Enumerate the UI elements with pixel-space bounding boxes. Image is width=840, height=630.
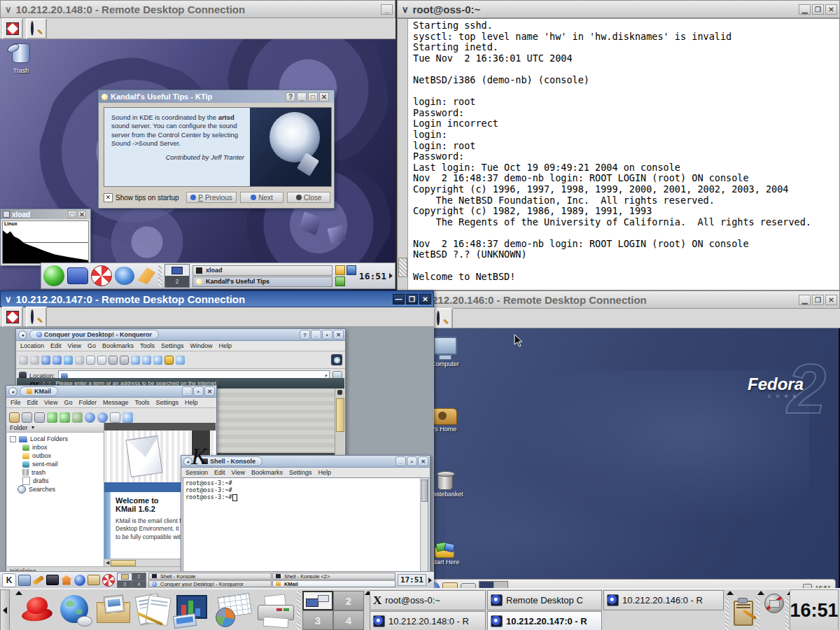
desktop-icon-computer[interactable]: Computer xyxy=(431,337,463,368)
desktop-icon-start-here[interactable]: Start Here xyxy=(431,542,463,566)
menu-item[interactable]: Tools xyxy=(134,399,149,406)
menu-item[interactable]: Help xyxy=(318,469,331,476)
kmenu-suse-icon[interactable] xyxy=(43,265,64,286)
stop-icon[interactable] xyxy=(75,356,84,365)
terminal-scrollbar[interactable] xyxy=(398,19,408,290)
evolution-panel-icon[interactable] xyxy=(442,582,458,588)
minimize-button[interactable]: _ xyxy=(297,92,307,102)
network-monitor-applet[interactable] xyxy=(762,591,787,630)
scale-view-button[interactable] xyxy=(26,18,47,39)
close-button[interactable]: ✕ xyxy=(418,456,428,466)
scroll-up-arrow[interactable] xyxy=(337,390,342,395)
kmail-launcher-icon[interactable] xyxy=(88,575,100,585)
copy-icon[interactable] xyxy=(110,412,120,423)
pager-desktop-3[interactable]: 3 xyxy=(118,580,132,587)
help-lifering-icon[interactable] xyxy=(91,265,112,286)
konsole-titlebar[interactable]: ● Shell - Konsole _ ▪ ✕ xyxy=(181,456,430,468)
security-icon[interactable] xyxy=(176,356,185,365)
close-button[interactable]: ✕ xyxy=(204,386,215,396)
help-button[interactable]: ? xyxy=(300,330,310,340)
menu-item[interactable]: Message xyxy=(103,399,129,406)
scrollbar-thumb[interactable] xyxy=(336,398,344,432)
scroll-left-arrow[interactable]: ◀ xyxy=(104,560,111,566)
pager-workspace-4[interactable]: 4 xyxy=(333,610,364,630)
home-folder-icon[interactable] xyxy=(67,267,88,284)
pager-desktop-1[interactable] xyxy=(118,573,132,580)
pager-workspace-1-active[interactable] xyxy=(302,591,333,610)
fullscreen-button[interactable] xyxy=(2,18,23,39)
previous-message-icon[interactable] xyxy=(85,412,95,423)
titlebar-147[interactable]: ∨ 10.212.20.147:0 - Remote Desktop Conne… xyxy=(0,290,434,307)
panel-hide-arrow[interactable] xyxy=(428,578,432,583)
task-konqueror[interactable]: Conquer your Desktop! - Konqueror xyxy=(148,580,272,587)
maximize-button[interactable]: □ xyxy=(68,211,76,218)
desktop-icon-home[interactable]: 's Home xyxy=(431,408,463,433)
folder-outbox[interactable]: outbox xyxy=(10,451,104,460)
terminal-text[interactable]: Starting sshd. sysctl: top level name 'h… xyxy=(413,20,811,282)
spreadsheet-launcher[interactable] xyxy=(214,595,252,627)
menu-item[interactable]: Settings xyxy=(161,342,184,349)
fullscreen-button[interactable] xyxy=(2,307,23,328)
close-button[interactable]: ✕ xyxy=(825,4,837,15)
task-kmail[interactable]: KMail xyxy=(272,580,396,587)
minimize-button[interactable]: ▁ xyxy=(799,295,811,305)
konsole-launcher-icon[interactable] xyxy=(46,575,59,585)
panel-handle[interactable] xyxy=(158,265,162,286)
notes-applet[interactable] xyxy=(732,598,756,626)
folder-local-folders[interactable]: -Local Folders xyxy=(10,435,104,443)
workspace-2[interactable] xyxy=(493,582,507,588)
previous-button[interactable]: PPrevious xyxy=(186,192,237,203)
maximize-button[interactable]: ▪ xyxy=(322,330,332,340)
menu-item[interactable]: Edit xyxy=(27,399,38,406)
menu-item[interactable]: Bookmarks xyxy=(102,342,134,349)
close-button[interactable]: Close xyxy=(287,192,330,203)
folder-drafts[interactable]: drafts xyxy=(10,477,104,485)
konsole-content[interactable]: root@oss-3:~# root@oss-3:~# root@oss-3:~… xyxy=(183,477,428,573)
window-menu-button[interactable]: ● xyxy=(8,387,18,396)
message-tray-icon[interactable] xyxy=(335,276,345,286)
web-browser-launcher[interactable] xyxy=(59,594,92,627)
menu-item[interactable]: View xyxy=(232,469,245,476)
pager-desktop-2[interactable]: 2 xyxy=(132,573,146,580)
maximize-button[interactable]: ▪ xyxy=(407,456,417,466)
word-processor-launcher[interactable] xyxy=(134,594,171,627)
minimize-button[interactable]: _ xyxy=(396,456,406,466)
new-message-icon[interactable] xyxy=(9,412,20,423)
scrollbar-thumb[interactable] xyxy=(111,560,136,566)
menu-item[interactable]: Tools xyxy=(140,342,155,349)
help-lifering-icon[interactable] xyxy=(102,574,115,587)
workspace-switcher[interactable] xyxy=(479,581,508,588)
minimize-button[interactable]: — xyxy=(393,294,405,304)
cut-icon[interactable] xyxy=(86,356,95,365)
desktop-icon-wastebasket[interactable]: Wastebasket xyxy=(431,473,463,498)
menu-item[interactable]: Window xyxy=(190,342,212,349)
close-button[interactable]: ✕ xyxy=(78,211,86,218)
desktop-pager[interactable]: 2 3 4 xyxy=(117,573,146,588)
print-icon[interactable] xyxy=(108,356,118,365)
menu-item[interactable]: Folder xyxy=(78,399,97,406)
up-icon[interactable] xyxy=(41,356,50,365)
home-launcher-icon[interactable] xyxy=(61,575,72,585)
zoom-in-icon[interactable] xyxy=(131,356,140,365)
ktip-titlebar[interactable]: Kandalf's Useful Tips - KTip ? _ □ ✕ xyxy=(99,90,334,103)
scale-view-button[interactable] xyxy=(432,308,453,329)
terminal-titlebar[interactable]: ∨ root@oss-0:~ ▁ ❐ ✕ xyxy=(397,0,840,18)
printer-panel-icon[interactable] xyxy=(461,583,476,589)
panel-hide-arrow[interactable] xyxy=(389,273,393,279)
menu-item[interactable]: Edit xyxy=(50,342,62,349)
settings-wizard-icon[interactable] xyxy=(18,575,31,586)
taskbutton-terminal[interactable]: X root@oss-0:~ xyxy=(370,590,486,610)
print-icon[interactable] xyxy=(34,412,45,423)
print-frame-icon[interactable] xyxy=(120,356,129,365)
menu-item[interactable]: File xyxy=(10,399,21,406)
klipper-icon[interactable] xyxy=(335,265,345,275)
pager-workspace-2[interactable]: 2 xyxy=(333,591,364,610)
close-button[interactable]: ✕ xyxy=(825,295,837,305)
maximize-button[interactable]: ❐ xyxy=(812,295,824,305)
panel-hide-button[interactable] xyxy=(0,589,10,630)
sort-dropdown-icon[interactable]: ▼ xyxy=(31,425,36,430)
folder-sent-mail[interactable]: sent-mail xyxy=(10,460,104,468)
taskbutton-147-active[interactable]: 10.212.20.147:0 - R xyxy=(487,611,602,630)
next-button[interactable]: Next xyxy=(240,192,284,203)
scrollbar-thumb[interactable] xyxy=(421,479,428,502)
